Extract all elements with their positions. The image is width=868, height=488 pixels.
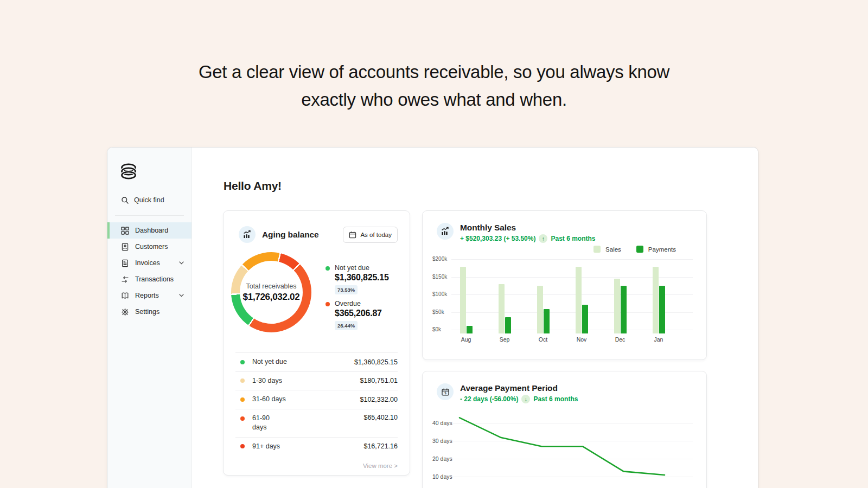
settings-gear-icon [121,308,129,316]
x-tick-label: Nov [577,336,587,343]
sidebar-item-settings[interactable]: Settings [107,304,192,320]
payments-bar [621,286,627,333]
avg-payment-header: $ Average Payment Period - 22 days (-56.… [437,383,694,403]
spiral-coil-logo [117,160,140,183]
sales-bar [576,267,582,334]
sidebar-item-dashboard[interactable]: Dashboard [107,222,192,239]
sidebar-item-invoices[interactable]: Invoices [107,255,192,271]
page: { "headline": { "line1": "Get a clear vi… [0,0,868,488]
calendar-icon [349,231,356,239]
as-of-today-label: As of today [360,232,392,238]
gridline: 20 days [432,459,693,459]
bar-group [537,286,550,333]
table-row: Not yet due $1,360,825.15 [235,352,398,371]
view-more-link[interactable]: View more > [235,455,398,469]
table-row: 91+ days $16,721.16 [235,437,398,456]
sidebar-item-label: Customers [135,243,168,251]
transactions-arrows-icon [121,275,129,284]
y-tick-label: 20 days [432,455,452,462]
quick-find[interactable]: Quick find [107,192,192,208]
sidebar: Quick find Dashboard Customers Invoices [107,147,192,488]
bar-group [499,284,511,333]
x-tick-label: Oct [539,336,547,343]
invoice-document-icon [121,259,129,267]
app-window: Quick find Dashboard Customers Invoices [107,147,758,488]
legend-name: Not yet due [335,264,389,272]
sidebar-item-label: Reports [135,292,159,299]
as-of-today-button[interactable]: As of today [343,227,398,243]
bar-group [614,279,627,333]
bucket-label: 91+ days [252,442,280,452]
sidebar-item-transactions[interactable]: Transactions [107,271,192,287]
legend-payments: Payments [636,246,676,253]
chevron-down-icon [179,294,184,297]
total-receivables-value: $1,726,032.02 [243,292,300,303]
sidebar-item-reports[interactable]: Reports [107,287,192,304]
payments-bar [544,309,550,334]
customers-book-icon [121,243,129,251]
bucket-label: Not yet due [252,357,287,367]
bucket-label: 1-30 days [252,376,282,386]
page-headline: Get a clear view of accounts receivable,… [0,58,868,113]
y-tick-label: $50k [432,309,444,315]
avg-payment-line [459,418,665,475]
reports-book-icon [121,292,129,300]
legend-value: $365,206.87 [335,309,382,318]
bar-group [460,267,473,334]
percent-badge: 73.53% [335,285,358,294]
y-tick-label: $0k [432,326,441,332]
bucket-color-dot [240,378,245,383]
legend-not-yet-due: Not yet due $1,360,825.15 73.53% [326,264,389,294]
aging-table: Not yet due $1,360,825.15 1-30 days $180… [235,352,398,469]
avg-payment-period-card: $ Average Payment Period - 22 days (-56.… [422,371,707,488]
headline-line-2: exactly who owes what and when. [0,86,868,113]
sidebar-item-label: Invoices [135,259,160,267]
sidebar-item-customers[interactable]: Customers [107,239,192,255]
sidebar-item-label: Dashboard [135,227,168,234]
calendar-dollar-icon: $ [437,383,454,400]
payments-bar [659,286,665,333]
sales-bar [499,284,505,333]
bar-group [653,267,665,334]
main-content: Hello Amy! Aging balance As of today [192,147,758,488]
monthly-sales-header: Monthly Sales + $520,303.23 (+ 53.50%) ↑… [437,223,694,243]
card-title: Aging balance [262,230,319,240]
headline-line-1: Get a clear view of accounts receivable,… [0,58,868,86]
legend-color-dot [326,266,330,271]
y-tick-label: $100k [432,291,447,297]
y-tick-label: $150k [432,274,447,280]
quick-find-label: Quick find [134,196,164,204]
legend-overdue: Overdue $365,206.87 26.44% [326,300,382,330]
bar-group [576,267,588,334]
table-row: 31-60 days $102,332.00 [235,390,398,409]
sales-swatch [593,246,601,253]
dashboard-grid-icon [121,227,129,235]
gridline: 10 days [432,477,693,477]
bucket-color-dot [240,416,245,421]
monthly-sales-delta: + $520,303.23 (+ 53.50%) ↑ Past 6 months [460,234,595,243]
bucket-label: 61-90 days [252,414,278,433]
legend-name: Overdue [335,300,382,307]
sales-bar [614,279,620,333]
search-icon [121,196,129,204]
right-column: Monthly Sales + $520,303.23 (+ 53.50%) ↑… [422,210,707,488]
aging-balance-header: Aging balance As of today [239,226,398,243]
delta-text: + $520,303.23 (+ 53.50%) [460,235,535,242]
y-tick-label: 40 days [432,420,452,426]
aging-balance-card: Aging balance As of today Total receivab… [223,210,410,476]
chevron-down-icon [179,261,184,265]
aging-donut: Total receivables $1,726,032.02 [231,252,311,332]
total-receivables-label: Total receivables [246,282,296,290]
dashboard-cards: Aging balance As of today Total receivab… [223,210,758,488]
bucket-value: $180,751.01 [360,377,398,384]
bucket-color-dot [240,397,245,402]
sales-bar [460,267,466,334]
y-tick-label: 10 days [432,473,452,480]
delta-text: - 22 days (-56.00%) [460,395,518,403]
x-tick-label: Sep [500,336,510,343]
legend-value: $1,360,825.15 [335,273,389,282]
bar-chart-trend-icon [437,223,454,240]
payments-bar [505,317,511,333]
gridline: 40 days [432,423,693,423]
bar-chart-trend-icon [239,226,256,243]
